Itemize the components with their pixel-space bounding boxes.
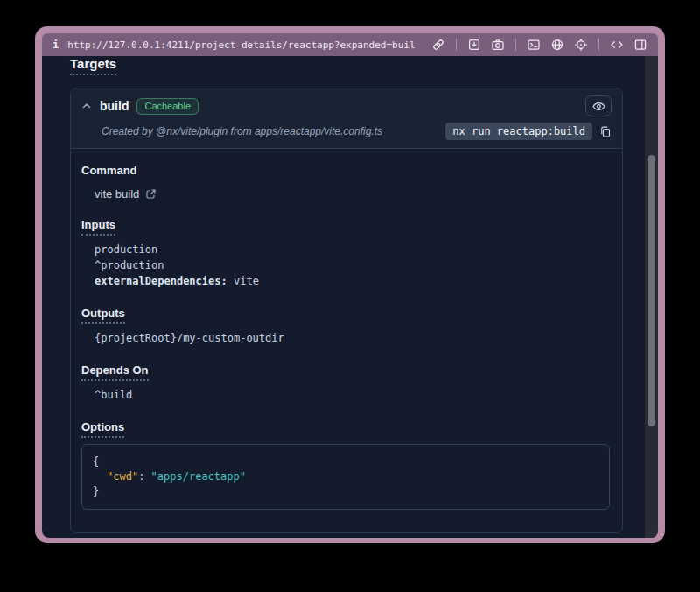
inputs-label: Inputs <box>81 218 116 236</box>
toolbar-separator <box>515 39 516 51</box>
toolbar-separator <box>456 39 457 51</box>
depends-on-item: ^build <box>81 387 610 403</box>
target-card-build: build Cacheable Created by @nx/vite/plug… <box>70 88 623 533</box>
options-label: Options <box>81 420 124 438</box>
build-subheader-row: Created by @nx/vite/plugin from apps/rea… <box>81 123 612 140</box>
globe-icon[interactable] <box>549 36 566 53</box>
outputs-label: Outputs <box>81 307 125 324</box>
link-icon[interactable] <box>430 36 447 53</box>
options-section-heading: Options <box>81 420 610 433</box>
input-dependency-value: vite <box>234 275 259 287</box>
input-dependency-key: externalDependencies: <box>94 275 228 287</box>
created-by-text: Created by @nx/vite/plugin from apps/rea… <box>102 125 382 137</box>
terminal-icon[interactable] <box>525 36 542 53</box>
copy-icon[interactable] <box>599 125 612 138</box>
url-bar[interactable]: http://127.0.0.1:4211/project-details/re… <box>67 39 416 51</box>
build-card-body: Command vite build Inputs production ^pr <box>71 148 622 532</box>
inputs-section-heading: Inputs <box>81 218 610 231</box>
camera-icon[interactable] <box>489 36 507 53</box>
depends-on-section-heading: Depends On <box>81 363 610 377</box>
command-value-row: vite build <box>81 187 610 201</box>
input-item: production <box>81 242 610 257</box>
json-open-brace: { <box>93 455 598 469</box>
browser-titlebar: i http://127.0.0.1:4211/project-details/… <box>42 33 658 56</box>
target-name: build <box>100 99 129 113</box>
outputs-section-heading: Outputs <box>81 307 610 320</box>
code-icon[interactable] <box>608 36 626 53</box>
json-cwd-line: "cwd": "apps/reactapp" <box>93 469 598 484</box>
save-icon[interactable] <box>466 36 483 53</box>
titlebar-toolbar <box>430 36 649 53</box>
target-icon[interactable] <box>572 36 590 53</box>
run-command-chip: nx run reactapp:build <box>445 123 592 140</box>
json-colon: : <box>138 470 144 483</box>
panel-icon[interactable] <box>632 36 649 53</box>
view-graph-button[interactable] <box>585 95 612 116</box>
chevron-up-icon[interactable] <box>81 101 92 111</box>
json-close-brace: } <box>93 484 598 499</box>
page-title: Targets <box>70 56 116 75</box>
project-details-view: Targets build Cacheable <box>42 56 658 538</box>
options-json-block: { "cwd": "apps/reactapp" } <box>81 444 610 510</box>
command-label: Command <box>81 164 137 177</box>
browser-window: i http://127.0.0.1:4211/project-details/… <box>35 26 665 543</box>
json-string-value: "apps/reactapp" <box>151 470 246 483</box>
build-card-header: build Cacheable Created by @nx/vite/plug… <box>71 88 622 148</box>
depends-on-label: Depends On <box>81 363 149 381</box>
build-header-row[interactable]: build Cacheable <box>81 95 612 116</box>
info-icon[interactable]: i <box>51 39 60 51</box>
input-item: externalDependencies: vite <box>81 273 610 289</box>
command-value: vite build <box>94 187 139 201</box>
scrollbar-thumb[interactable] <box>648 155 655 426</box>
cacheable-badge: Cacheable <box>136 98 199 115</box>
toolbar-separator <box>598 39 599 51</box>
json-key: "cwd" <box>107 470 138 483</box>
scrollbar-track[interactable] <box>645 56 658 538</box>
command-section-heading: Command <box>81 164 610 177</box>
output-item: {projectRoot}/my-custom-outdir <box>81 330 610 346</box>
external-link-icon[interactable] <box>145 188 157 200</box>
input-item: ^production <box>81 257 610 273</box>
